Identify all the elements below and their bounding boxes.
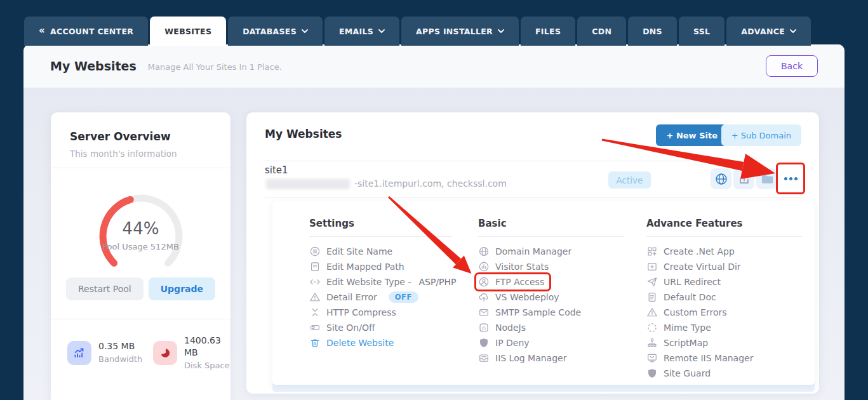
divider — [478, 236, 624, 237]
menu-item-scriptmap[interactable]: ScriptMap — [646, 335, 802, 350]
menu-item-vs-webdeploy[interactable]: VS Webdeploy — [478, 290, 624, 305]
menu-item-url-redirect[interactable]: URL Redirect — [646, 274, 802, 290]
divider — [309, 236, 452, 237]
basic-heading: Basic — [478, 218, 624, 229]
chevron-down-icon — [302, 29, 308, 34]
site-browse-button[interactable] — [711, 168, 731, 189]
tab-account-center[interactable]: « ACCOUNT CENTER — [24, 17, 148, 46]
upload-icon — [737, 172, 751, 186]
site-files-button[interactable] — [756, 168, 777, 189]
shield-icon — [478, 337, 490, 349]
tab-label: SSL — [693, 27, 710, 36]
page-header: My Websites Manage All Your Sites In 1 P… — [23, 44, 845, 88]
tab-label: EMAILS — [339, 27, 373, 36]
tab-apps-installer[interactable]: APPS INSTALLER — [401, 17, 519, 46]
menu-item-edit-site-name[interactable]: Edit Site Name — [309, 244, 452, 259]
person-circle-icon — [478, 276, 490, 288]
site-options-dropdown: Settings Edit Site Name Edit Mapped Path… — [272, 201, 815, 392]
menu-item-default-doc[interactable]: Default Doc — [646, 290, 802, 305]
divider — [51, 319, 230, 319]
cloud-upload-icon — [478, 291, 490, 303]
detail-error-off-badge: OFF — [389, 291, 418, 303]
bandwidth-stat: 0.35 MB Bandwidth — [67, 335, 147, 371]
menu-item-edit-website-type[interactable]: Edit Website Type - ASP/PHP — [309, 274, 452, 290]
monitor-icon — [646, 352, 658, 364]
sub-domain-button[interactable]: + Sub Domain — [721, 124, 801, 146]
js-badge-icon — [478, 322, 490, 333]
divider — [51, 168, 230, 168]
folder-icon — [760, 172, 774, 186]
circle-dashed-icon — [646, 322, 658, 333]
disk-pie-icon — [153, 341, 177, 365]
tab-databases[interactable]: DATABASES — [228, 17, 323, 46]
document-icon — [309, 261, 321, 272]
menu-item-edit-mapped-path[interactable]: Edit Mapped Path — [309, 259, 452, 274]
top-navigation: « ACCOUNT CENTER WEBSITES DATABASES EMAI… — [24, 17, 811, 46]
stats-circle-icon — [478, 261, 490, 272]
advance-features-heading: Advance Features — [646, 218, 802, 229]
envelope-icon — [478, 307, 490, 318]
site-domains: -site1.itempurl.com, checkssl.com — [354, 178, 507, 189]
tab-cdn[interactable]: CDN — [577, 17, 626, 46]
menu-item-iis-log-manager[interactable]: IIS Log Manager — [478, 350, 624, 366]
menu-item-custom-errors[interactable]: Custom Errors — [646, 305, 802, 320]
server-overview-subtitle: This month's information — [51, 143, 230, 159]
menu-item-detail-error[interactable]: Detail Error OFF — [309, 290, 452, 305]
menu-item-http-compress[interactable]: HTTP Compress — [309, 305, 452, 320]
menu-item-create-net-app[interactable]: Create .Net App — [646, 244, 802, 259]
tab-ssl[interactable]: SSL — [679, 17, 724, 46]
back-button[interactable]: Back — [766, 55, 818, 77]
advance-features-column: Advance Features Create .Net App Create … — [646, 218, 802, 381]
menu-item-delete-website[interactable]: Delete Website — [309, 335, 452, 350]
settings-column: Settings Edit Site Name Edit Mapped Path… — [309, 218, 452, 350]
pool-usage-gauge: 44% Pool Usage 512MB — [81, 189, 201, 284]
disk-space-value: 1400.63 MB — [184, 335, 232, 359]
tab-advance[interactable]: ADVANCE — [726, 17, 811, 46]
bandwidth-value: 0.35 MB — [98, 340, 147, 352]
tab-dns[interactable]: DNS — [628, 17, 677, 46]
warning-icon — [646, 307, 658, 318]
menu-item-create-virtual-dir[interactable]: Create Virtual Dir — [646, 259, 802, 274]
chevron-down-icon — [790, 29, 796, 34]
menu-item-ftp-access[interactable]: FTP Access — [476, 274, 549, 290]
tab-label: ADVANCE — [741, 27, 785, 36]
menu-item-site-on-off[interactable]: Site On/Off — [309, 320, 452, 335]
menu-item-ip-deny[interactable]: IP Deny — [478, 335, 624, 350]
usage-stats: 0.35 MB Bandwidth 1400.63 MB Disk Space — [51, 335, 230, 371]
compress-icon — [309, 307, 321, 318]
site-publish-button[interactable] — [733, 168, 754, 189]
divider — [265, 161, 801, 161]
divider — [265, 197, 801, 197]
grid-plus-icon — [646, 246, 658, 257]
tab-label: APPS INSTALLER — [416, 27, 493, 36]
my-websites-title: My Websites — [265, 128, 342, 140]
restart-pool-button[interactable]: Restart Pool — [66, 277, 144, 300]
server-overview-title: Server Overview — [51, 112, 230, 143]
chevron-down-icon — [378, 29, 385, 34]
menu-item-nodejs[interactable]: NodeJs — [478, 320, 624, 335]
paper-plane-icon — [646, 276, 658, 288]
tray-icon — [478, 352, 490, 364]
tab-websites[interactable]: WEBSITES — [150, 17, 226, 46]
menu-item-visitor-stats[interactable]: Visitor Stats — [478, 259, 624, 274]
site-name: site1 — [265, 164, 288, 176]
code-icon — [309, 276, 321, 288]
disk-space-label: Disk Space — [184, 360, 232, 371]
warning-icon — [309, 291, 321, 303]
site-more-options-button[interactable] — [780, 168, 801, 189]
menu-item-domain-manager[interactable]: Domain Manager — [478, 244, 624, 259]
tab-files[interactable]: FILES — [521, 17, 575, 46]
menu-item-remote-iis-manager[interactable]: Remote IIS Manager — [646, 350, 802, 366]
settings-heading: Settings — [309, 218, 452, 229]
shield-fill-icon — [646, 368, 658, 379]
pool-buttons: Restart Pool Upgrade — [51, 277, 230, 300]
toggle-icon — [309, 322, 321, 333]
menu-item-site-guard[interactable]: Site Guard — [646, 366, 802, 381]
globe-icon — [478, 246, 490, 257]
menu-item-mime-type[interactable]: Mime Type — [646, 320, 802, 335]
tab-emails[interactable]: EMAILS — [324, 17, 399, 46]
upgrade-button[interactable]: Upgrade — [149, 277, 215, 300]
menu-item-smtp-sample-code[interactable]: SMTP Sample Code — [478, 305, 624, 320]
new-site-button[interactable]: + New Site — [656, 124, 728, 146]
tab-label: FILES — [535, 27, 561, 36]
